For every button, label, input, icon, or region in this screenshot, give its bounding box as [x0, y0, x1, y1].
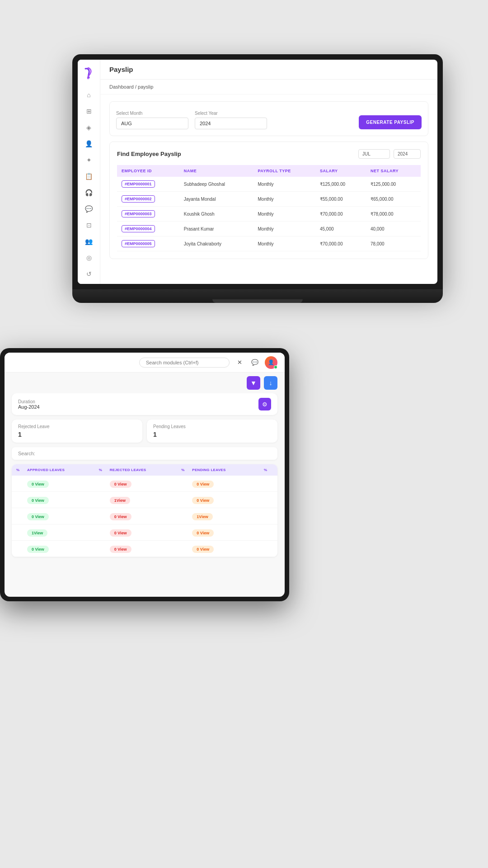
rejected-badge[interactable]: 0 View: [110, 479, 180, 488]
sidebar-refresh-icon[interactable]: ↺: [84, 269, 94, 278]
col-pct4: %: [264, 468, 273, 472]
laptop-body: ⌂ ⊞ ◈ 👤 ✦ 📋 🎧 💬 ⊡ 👥 ◎ ↺ Payslip Dashbo: [72, 54, 443, 289]
leave-table-row: 0 View 0 View 0 View: [12, 541, 277, 557]
laptop-screen: ⌂ ⊞ ◈ 👤 ✦ 📋 🎧 💬 ⊡ 👥 ◎ ↺ Payslip Dashbo: [78, 60, 437, 284]
cell-name: Prasant Kumar: [179, 222, 253, 236]
col-employee-id: EMPLOYEE ID: [117, 165, 179, 177]
sidebar-person-icon[interactable]: 👤: [84, 139, 94, 148]
cell-salary: ₹125,000.00: [315, 177, 366, 192]
filter-icon: ▼: [250, 379, 257, 387]
cell-payroll-type: Monthly: [253, 207, 315, 222]
approved-badge[interactable]: 0 View: [27, 544, 97, 553]
tablet-device: ✕ 💬 👤 ▼ ↓: [0, 348, 294, 610]
breadcrumb-separator: /: [135, 84, 136, 90]
payslip-month-input[interactable]: [358, 149, 390, 159]
payslip-section: Find Employee Payslip EMPLOYEE ID: [109, 142, 428, 259]
sidebar-headphones-icon[interactable]: 🎧: [84, 188, 94, 197]
cell-emp-id: #EMP0000003: [117, 207, 179, 222]
approved-badge[interactable]: 0 View: [27, 495, 97, 504]
settings-button[interactable]: ⚙: [258, 398, 271, 410]
leave-table-row: 0 View 1View 0 View: [12, 492, 277, 508]
rejected-badge[interactable]: 1View: [110, 495, 180, 504]
payslip-year-input[interactable]: [394, 149, 421, 159]
cell-salary: ₹70,000.00: [315, 207, 366, 222]
pending-badge[interactable]: 1View: [192, 512, 262, 520]
rejected-badge[interactable]: 0 View: [110, 512, 180, 520]
year-label: Select Year: [195, 111, 267, 116]
payslip-header: Find Employee Payslip: [117, 149, 421, 159]
col-pct2: %: [99, 468, 108, 472]
cell-net-salary: ₹65,000.00: [366, 192, 421, 207]
cell-emp-id: #EMP0000005: [117, 236, 179, 251]
sidebar-star-icon[interactable]: ✦: [84, 156, 94, 165]
sidebar-chat-icon[interactable]: 💬: [84, 204, 94, 213]
leave-table-header: % APPROVED LEAVES % REJECTED LEAVES % PE…: [12, 464, 277, 476]
sidebar-dashboard-icon[interactable]: ⊞: [84, 107, 94, 116]
pending-badge[interactable]: 0 View: [192, 495, 262, 504]
tablet-screen: ✕ 💬 👤 ▼ ↓: [5, 353, 285, 597]
table-row: #EMP0000002 Jayanta Mondal Monthly ₹55,0…: [117, 192, 421, 207]
sidebar-grid-icon[interactable]: ⊡: [84, 221, 94, 230]
emp-id-badge[interactable]: #EMP0000001: [122, 180, 155, 188]
table-row: #EMP0000001 Subhadeep Ghoshal Monthly ₹1…: [117, 177, 421, 192]
col-pending: PENDING LEAVES: [192, 468, 262, 472]
main-content: Payslip Dashboard / payslip Select Month: [100, 60, 437, 284]
breadcrumb-home: Dashboard: [109, 84, 134, 90]
cell-emp-id: #EMP0000001: [117, 177, 179, 192]
top-bar: Payslip: [100, 60, 437, 80]
month-label: Select Month: [116, 111, 188, 116]
laptop-base: [72, 289, 443, 303]
table-header-row: EMPLOYEE ID NAME PAYROLL TYPE SALARY NET…: [117, 165, 421, 177]
year-input[interactable]: [195, 118, 267, 129]
avatar[interactable]: 👤: [265, 356, 277, 369]
cell-payroll-type: Monthly: [253, 192, 315, 207]
duration-info: Duration Aug-2024: [18, 399, 40, 410]
sidebar-list-icon[interactable]: 📋: [84, 172, 94, 181]
rejected-leave-value: 1: [18, 431, 136, 438]
chat-icon[interactable]: 💬: [249, 357, 260, 368]
approved-badge[interactable]: 0 View: [27, 512, 97, 520]
table-row: #EMP0000003 Koushik Ghosh Monthly ₹70,00…: [117, 207, 421, 222]
pending-badge[interactable]: 0 View: [192, 528, 262, 537]
generate-payslip-button[interactable]: GENERATE PAYSLIP: [359, 115, 422, 129]
month-input[interactable]: [116, 118, 188, 129]
pending-badge[interactable]: 0 View: [192, 544, 262, 553]
col-rejected: REJECTED LEAVES: [110, 468, 180, 472]
download-button[interactable]: ↓: [264, 376, 277, 390]
settings-icon: ⚙: [262, 401, 267, 408]
rejected-badge[interactable]: 0 View: [110, 544, 180, 553]
tablet-content: Duration Aug-2024 ⚙ Rejected Leave 1 Pen…: [5, 393, 285, 597]
emp-id-badge[interactable]: #EMP0000002: [122, 195, 155, 203]
page-title: Payslip: [109, 66, 133, 73]
pending-badge[interactable]: 0 View: [192, 479, 262, 488]
year-filter-group: Select Year: [195, 111, 267, 129]
approved-badge[interactable]: 0 View: [27, 479, 97, 488]
module-search-input[interactable]: [139, 358, 230, 368]
breadcrumb: Dashboard / payslip: [100, 80, 437, 94]
sidebar-filter-icon[interactable]: ◈: [84, 123, 94, 132]
emp-id-badge[interactable]: #EMP0000004: [122, 225, 155, 232]
emp-id-badge[interactable]: #EMP0000003: [122, 210, 155, 217]
sidebar-home-icon[interactable]: ⌂: [84, 90, 94, 99]
sidebar-users-icon[interactable]: 👥: [84, 237, 94, 246]
emp-id-badge[interactable]: #EMP0000005: [122, 240, 155, 247]
online-indicator: [274, 365, 277, 369]
table-row: #EMP0000004 Prasant Kumar Monthly 45,000…: [117, 222, 421, 236]
filter-button[interactable]: ▼: [247, 376, 260, 390]
payslip-month-filter: [358, 149, 421, 159]
rejected-leave-card: Rejected Leave 1: [12, 420, 142, 443]
leave-table-row: 0 View 0 View 0 View: [12, 476, 277, 492]
cell-net-salary: 40,000: [366, 222, 421, 236]
approved-badge[interactable]: 1View: [27, 528, 97, 537]
col-name: NAME: [179, 165, 253, 177]
cell-name: Koushik Ghosh: [179, 207, 253, 222]
rejected-badge[interactable]: 0 View: [110, 528, 180, 537]
cell-payroll-type: Monthly: [253, 236, 315, 251]
leave-table-body: 0 View 0 View 0 View 0 View 1View 0 View…: [12, 476, 277, 557]
table-row: #EMP0000005 Joyita Chakraborty Monthly ₹…: [117, 236, 421, 251]
breadcrumb-current: payslip: [138, 84, 153, 90]
sidebar-target-icon[interactable]: ◎: [84, 253, 94, 262]
duration-card: Duration Aug-2024 ⚙: [12, 393, 277, 415]
tablet-header: ✕ 💬 👤: [5, 353, 285, 373]
cross-icon[interactable]: ✕: [234, 357, 245, 368]
